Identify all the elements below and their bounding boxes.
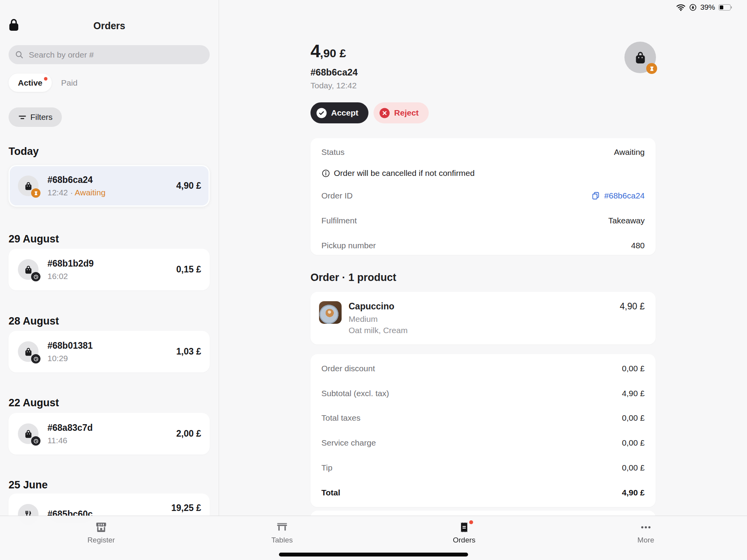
grand-total-row: Total 4,90 £ (321, 480, 645, 505)
order-id: #68b01381 (47, 341, 93, 351)
fulfilment-label: Fulfilment (321, 216, 357, 225)
search-bar[interactable] (9, 45, 210, 64)
tab-register[interactable]: Register (74, 521, 128, 544)
clock-badge-icon (31, 354, 40, 363)
warning-row: Order will be cancelled if not confirmed (321, 163, 645, 183)
pickup-value: 480 (631, 241, 645, 250)
total-row: Total taxes 0,00 £ (321, 406, 645, 431)
hourglass-badge-icon (31, 188, 40, 198)
order-price: 1,03 £ (176, 346, 201, 357)
status-row: Status Awaiting (321, 141, 645, 163)
order-list-item[interactable]: #68a83c7d 11:46 2,00 £ (9, 413, 210, 455)
status-label: Status (321, 147, 345, 157)
fulfilment-value: Takeaway (608, 216, 645, 225)
separator-dot: · (70, 188, 73, 197)
order-id-link[interactable]: #68b6ca24 (591, 191, 645, 200)
total-row: Order discount 0,00 £ (321, 356, 645, 381)
group-heading: 28 August (9, 315, 59, 327)
order-avatar (18, 259, 39, 280)
product-price: 4,90 £ (620, 301, 645, 312)
order-price: 0,15 £ (176, 264, 201, 275)
tab-label: More (637, 536, 654, 544)
search-input[interactable] (28, 50, 203, 60)
more-dots-icon (640, 521, 652, 533)
battery-icon (719, 4, 731, 11)
customer-avatar (624, 42, 656, 73)
reject-button[interactable]: Reject (374, 102, 429, 123)
price-major: 4 (310, 40, 320, 61)
order-id: #68b6ca24 (47, 175, 105, 185)
order-time: 16:02 (47, 272, 94, 281)
accept-button[interactable]: Accept (310, 102, 368, 123)
order-section-title: Order · 1 product (310, 272, 396, 284)
total-row-value: 0,00 £ (622, 438, 645, 448)
orders-app: 12:46 Tue 2 Sep 39% Orders Active Paid F… (0, 0, 747, 560)
filters-button[interactable]: Filters (9, 107, 62, 127)
totals-card: Order discount 0,00 £ Subtotal (excl. ta… (310, 354, 656, 507)
grand-total-label: Total (321, 488, 340, 497)
order-time: 11:46 (47, 436, 93, 445)
group-heading: 22 August (9, 397, 59, 409)
detail-actions: Accept Reject (310, 102, 429, 123)
total-row-label: Subtotal (excl. tax) (321, 389, 389, 398)
order-avatar (18, 341, 39, 362)
group-heading: 25 June (9, 479, 48, 491)
status-bar-right: 39% (676, 3, 731, 12)
total-row-value: 4,90 £ (622, 389, 645, 398)
order-list-item[interactable]: #68b1b2d9 16:02 0,15 £ (9, 249, 210, 290)
status-card: Status Awaiting Order will be cancelled … (310, 138, 656, 255)
clock-badge-icon (31, 436, 40, 446)
orders-sidebar: Orders Active Paid Filters Today #68b6ca… (0, 0, 219, 560)
order-id: #68a83c7d (47, 423, 93, 433)
table-icon (276, 521, 288, 533)
order-id-row: Order ID #68b6ca24 (321, 183, 645, 208)
total-row: Service charge 0,00 £ (321, 430, 645, 455)
tab-paid[interactable]: Paid (61, 78, 77, 88)
tab-label: Register (88, 536, 115, 544)
fulfilment-row: Fulfilment Takeaway (321, 208, 645, 233)
home-indicator[interactable] (279, 553, 468, 556)
sidebar-title: Orders (0, 20, 219, 32)
group-heading-today: Today (9, 146, 39, 158)
tab-tables[interactable]: Tables (255, 521, 309, 544)
order-list-item[interactable]: #68b01381 10:29 1,03 £ (9, 331, 210, 372)
notification-dot (469, 520, 473, 524)
order-status: Awaiting (75, 188, 105, 197)
order-avatar (18, 423, 39, 444)
info-icon (321, 169, 330, 178)
tab-label: Tables (272, 536, 293, 544)
product-size: Medium (349, 314, 408, 324)
order-price: 4,90 £ (176, 181, 201, 191)
hourglass-badge-icon (646, 63, 657, 74)
order-id-value: #68b6ca24 (604, 191, 645, 200)
order-list-item-selected[interactable]: #68b6ca24 12:42 · Awaiting 4,90 £ (9, 165, 210, 207)
tab-more[interactable]: More (619, 521, 673, 544)
product-modifiers: Oat milk, Cream (349, 326, 408, 335)
order-price: 2,00 £ (176, 428, 201, 439)
status-value: Awaiting (614, 147, 645, 157)
order-subline: 12:42 · Awaiting (47, 188, 105, 197)
search-icon (15, 50, 24, 60)
detail-order-id: #68b6ca24 (310, 67, 358, 78)
active-badge-dot (44, 77, 47, 81)
detail-price: 4 ,90 £ (310, 40, 346, 61)
total-row-label: Service charge (321, 438, 376, 448)
warning-text: Order will be cancelled if not confirmed (334, 169, 475, 178)
product-image (319, 301, 342, 324)
product-name: Capuccino (349, 301, 408, 312)
rotation-lock-icon (689, 4, 697, 11)
tab-orders[interactable]: Orders (437, 521, 491, 544)
wifi-icon (676, 4, 686, 11)
product-card: Capuccino Medium Oat milk, Cream 4,90 £ (310, 292, 656, 344)
receipt-icon (459, 521, 470, 533)
grand-total-value: 4,90 £ (622, 488, 645, 497)
total-row-value: 0,00 £ (622, 364, 645, 373)
group-heading: 29 August (9, 233, 59, 245)
tab-active[interactable]: Active (9, 74, 52, 92)
check-circle-icon (316, 108, 327, 118)
detail-datetime: Today, 12:42 (310, 81, 357, 90)
accept-label: Accept (331, 108, 358, 118)
total-row: Tip 0,00 £ (321, 455, 645, 480)
tab-active-label: Active (18, 78, 42, 88)
order-filter-tabs: Active Paid (9, 74, 77, 92)
